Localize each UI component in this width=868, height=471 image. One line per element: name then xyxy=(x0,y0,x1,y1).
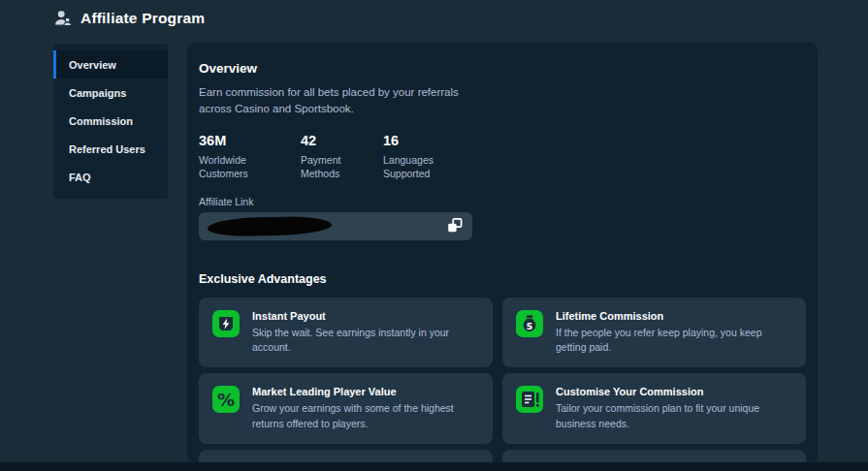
card-title: Instant Payout xyxy=(252,310,479,322)
redacted-affiliate-link xyxy=(208,216,332,237)
referral-icon xyxy=(53,9,73,28)
sidebar-item-label: Overview xyxy=(69,59,116,71)
card-description: Tailor your commission plan to fit your … xyxy=(556,401,792,430)
stat-label: Payment Methods xyxy=(301,153,370,181)
svg-text:S: S xyxy=(527,321,532,330)
advantage-card-instant-payout: Instant Payout Skip the wait. See earnin… xyxy=(199,298,493,367)
stat-label: Languages Supported xyxy=(383,153,453,181)
advantage-card-player-value: % Market Leading Player Value Grow your … xyxy=(199,373,493,443)
player-value-icon: % xyxy=(212,386,240,413)
sidebar-item-commission[interactable]: Commission xyxy=(53,107,168,135)
sidebar-item-label: Referred Users xyxy=(69,143,145,155)
sidebar-item-referred-users[interactable]: Referred Users xyxy=(53,135,168,163)
overview-heading: Overview xyxy=(199,61,806,76)
lifetime-commission-icon: S xyxy=(516,310,543,337)
sidebar-item-overview[interactable]: Overview xyxy=(53,50,168,78)
sidebar-item-label: FAQ xyxy=(69,172,91,183)
stat-label: Worldwide Customers xyxy=(199,153,269,181)
instant-payout-icon xyxy=(212,310,240,337)
bottom-divider xyxy=(0,462,868,471)
stat-payment-methods: 42 Payment Methods xyxy=(301,133,383,181)
card-description: Grow your earnings with some of the high… xyxy=(252,401,479,430)
card-title: Customise Your Commission xyxy=(556,386,792,397)
card-description: If the people you refer keep playing, yo… xyxy=(556,326,792,355)
affiliate-link-label: Affiliate Link xyxy=(199,196,806,207)
overview-description: Earn commission for all bets placed by y… xyxy=(199,84,492,118)
page-header: Affiliate Program xyxy=(53,9,205,28)
exclusive-advantages-heading: Exclusive Advantages xyxy=(199,272,806,286)
svg-text:%: % xyxy=(217,390,235,410)
customise-commission-icon xyxy=(516,386,543,413)
stat-languages-supported: 16 Languages Supported xyxy=(383,133,453,181)
affiliate-link-input[interactable] xyxy=(199,212,472,240)
copy-icon xyxy=(446,217,464,235)
stat-value: 16 xyxy=(383,133,453,148)
stat-value: 36M xyxy=(199,133,301,148)
affiliate-sidebar: Overview Campaigns Commission Referred U… xyxy=(53,44,168,199)
advantage-card-customise-commission: Customise Your Commission Tailor your co… xyxy=(502,373,806,443)
card-description: Skip the wait. See earnings instantly in… xyxy=(252,326,479,355)
stat-worldwide-customers: 36M Worldwide Customers xyxy=(199,133,301,181)
page-title: Affiliate Program xyxy=(80,10,205,27)
sidebar-item-label: Commission xyxy=(69,115,133,127)
sidebar-item-faq[interactable]: FAQ xyxy=(53,163,168,191)
sidebar-item-label: Campaigns xyxy=(69,87,126,99)
card-title: Lifetime Commission xyxy=(556,310,792,322)
advantages-grid: Instant Payout Skip the wait. See earnin… xyxy=(199,298,806,471)
stat-value: 42 xyxy=(301,133,383,148)
sidebar-item-campaigns[interactable]: Campaigns xyxy=(53,78,168,107)
advantage-card-lifetime-commission: S Lifetime Commission If the people you … xyxy=(502,298,806,367)
card-title: Market Leading Player Value xyxy=(252,386,479,397)
overview-panel: Overview Earn commission for all bets pl… xyxy=(187,43,818,463)
copy-link-button[interactable] xyxy=(446,217,464,235)
stats-row: 36M Worldwide Customers 42 Payment Metho… xyxy=(199,133,806,181)
